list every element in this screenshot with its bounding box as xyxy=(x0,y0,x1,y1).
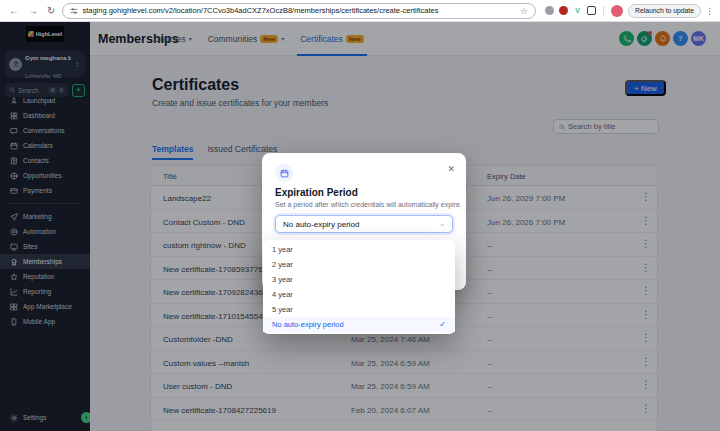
extension-icon-4[interactable] xyxy=(587,6,596,15)
site-settings-icon[interactable] xyxy=(70,7,78,15)
expiry-period-dropdown: 1 year2 year3 year4 year5 yearNo auto-ex… xyxy=(263,240,455,334)
check-icon: ✓ xyxy=(439,320,446,329)
dropdown-option-3-year[interactable]: 3 year xyxy=(263,272,455,287)
option-label: No auto-expiry period xyxy=(272,320,344,329)
browser-refresh-icon[interactable]: ↻ xyxy=(47,1,55,21)
option-label: 1 year xyxy=(272,245,293,254)
browser-back-icon[interactable]: ← xyxy=(9,1,19,21)
close-icon[interactable]: ✕ xyxy=(447,164,455,174)
calendar-icon xyxy=(275,164,293,182)
extension-icon-2[interactable] xyxy=(559,6,568,15)
browser-menu-icon[interactable]: ⋮ xyxy=(705,6,714,16)
modal-title: Expiration Period xyxy=(275,187,358,198)
browser-profile-avatar[interactable] xyxy=(611,5,623,17)
extension-icon-3[interactable]: V xyxy=(573,6,582,15)
dropdown-option-2-year[interactable]: 2 year xyxy=(263,257,455,272)
relaunch-button[interactable]: Relaunch to update xyxy=(628,4,701,18)
expiry-period-select[interactable]: No auto-expiry period ⌄ xyxy=(275,215,453,233)
browser-forward-icon[interactable]: → xyxy=(28,1,38,21)
option-label: 5 year xyxy=(272,305,293,314)
address-bar[interactable]: staging.gohighlevel.com/v2/location/7CCv… xyxy=(62,3,536,19)
option-label: 2 year xyxy=(272,260,293,269)
divider xyxy=(603,6,604,16)
dropdown-option-no-auto-expiry-period[interactable]: No auto-expiry period✓ xyxy=(263,317,455,332)
dropdown-option-5-year[interactable]: 5 year xyxy=(263,302,455,317)
bookmark-star-icon[interactable]: ☆ xyxy=(520,6,528,16)
extension-icon-1[interactable] xyxy=(545,6,554,15)
browser-toolbar: ← → ↻ staging.gohighlevel.com/v2/locatio… xyxy=(0,0,720,22)
url-text[interactable]: staging.gohighlevel.com/v2/location/7CCv… xyxy=(82,6,516,15)
extension-icons: V xyxy=(545,5,623,17)
option-label: 3 year xyxy=(272,275,293,284)
dropdown-option-4-year[interactable]: 4 year xyxy=(263,287,455,302)
dropdown-option-1-year[interactable]: 1 year xyxy=(263,242,455,257)
modal-description: Set a period after which credentials wil… xyxy=(275,201,462,208)
option-label: 4 year xyxy=(272,290,293,299)
select-value: No auto-expiry period xyxy=(283,220,359,229)
chevron-down-icon: ⌄ xyxy=(439,220,445,228)
